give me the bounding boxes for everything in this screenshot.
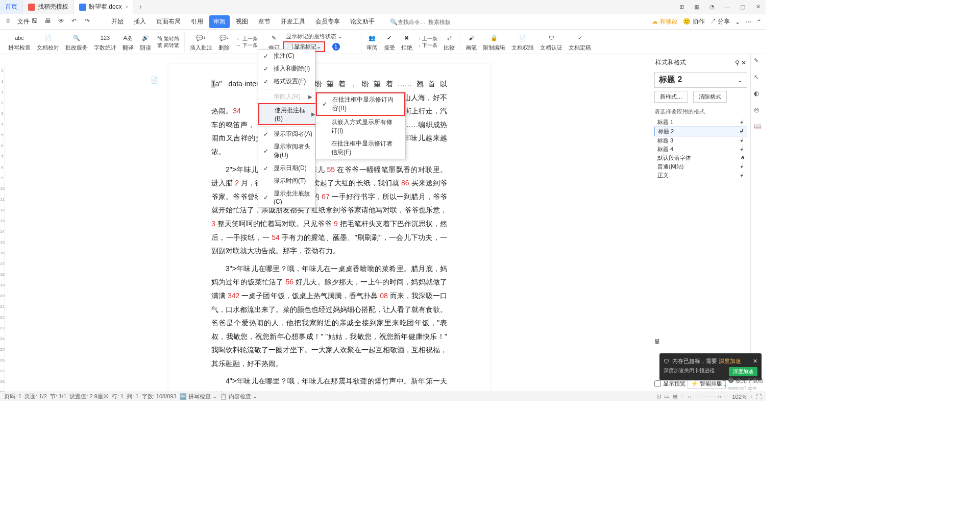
view-web-icon[interactable]: ▤ bbox=[672, 393, 677, 400]
tab-home[interactable]: 首页 bbox=[0, 0, 23, 14]
rib-correction[interactable]: 🔍批改服务 bbox=[62, 32, 91, 52]
preview-checkbox[interactable] bbox=[654, 380, 661, 387]
dd-balloon-reviewer-info[interactable]: 在批注框中显示修订者信息(F) bbox=[316, 137, 405, 159]
user-avatar[interactable]: ◔ bbox=[704, 0, 720, 14]
tab-references[interactable]: 引用 bbox=[187, 15, 207, 28]
rib-final[interactable]: ✓文档定稿 bbox=[566, 32, 594, 52]
tab-templates[interactable]: 找稻壳模板 bbox=[23, 0, 74, 14]
style-h1[interactable]: 标题 1↲ bbox=[654, 118, 747, 127]
shapes-icon[interactable]: ◐ bbox=[754, 90, 763, 99]
style-web[interactable]: 普通(网站)↲ bbox=[654, 162, 747, 171]
rib-spellcheck[interactable]: abc拼写检查 bbox=[5, 32, 34, 52]
dd-format[interactable]: 格式设置(F) bbox=[258, 75, 320, 88]
file-menu[interactable]: 文件 bbox=[17, 17, 30, 26]
rib-compare[interactable]: ⇄比较 bbox=[440, 32, 458, 52]
tab-devtools[interactable]: 开发工具 bbox=[277, 15, 309, 28]
vertical-ruler[interactable]: 2112345678910111213141516171819202122232… bbox=[0, 62, 5, 392]
rib-cert[interactable]: 🛡文档认证 bbox=[537, 32, 566, 52]
sb-content[interactable]: 📋 内容检查 ⌄ bbox=[220, 393, 257, 400]
rib-translate[interactable]: Aあ翻译 bbox=[119, 32, 137, 52]
style-h3[interactable]: 标题 3↲ bbox=[654, 136, 747, 145]
sb-spell[interactable]: 🔤 拼写检查 ⌄ bbox=[180, 393, 217, 400]
tab-member[interactable]: 会员专享 bbox=[311, 15, 344, 28]
rib-review[interactable]: 👥审阅 bbox=[363, 32, 381, 52]
current-style-combo[interactable]: 标题 2⌄ bbox=[654, 72, 747, 88]
tab-view[interactable]: 视图 bbox=[232, 15, 252, 28]
print-icon[interactable]: 🖶 bbox=[45, 17, 54, 27]
fullscreen-icon[interactable]: ⛶ bbox=[756, 394, 762, 400]
hamburger-icon[interactable]: ≡ bbox=[6, 17, 15, 27]
horizontal-ruler[interactable] bbox=[5, 54, 648, 62]
dd-comments[interactable]: 批注(C) bbox=[258, 50, 320, 62]
maximize-button[interactable]: ▢ bbox=[735, 0, 750, 14]
tab-thesis[interactable]: 论文助手 bbox=[346, 15, 379, 28]
panel-pin-icon[interactable]: ⚲ bbox=[735, 59, 740, 66]
redo-icon[interactable]: ↷ bbox=[85, 17, 94, 27]
minimize-button[interactable]: ― bbox=[720, 0, 735, 14]
select-icon[interactable]: ↖ bbox=[754, 74, 763, 83]
style-h2[interactable]: 标题 2↲ bbox=[654, 127, 747, 136]
sb-pos[interactable]: 设置值: 2.9厘米 bbox=[69, 393, 108, 400]
panel-close-icon[interactable]: ✕ bbox=[741, 59, 746, 66]
dd-use-balloon[interactable]: 使用批注框(B)▶ bbox=[258, 103, 320, 125]
view-page-icon[interactable]: ▭ bbox=[664, 393, 669, 400]
rib-reject[interactable]: ✖拒绝 bbox=[398, 32, 415, 52]
style-h4[interactable]: 标题 4↲ bbox=[654, 145, 747, 154]
dd-show-reviewer[interactable]: 显示审阅者(A) bbox=[258, 128, 320, 140]
dropdown-icon[interactable]: ⌄ bbox=[735, 18, 740, 26]
sb-page[interactable]: 页码: 1 bbox=[4, 393, 21, 400]
rib-deletecomment[interactable]: 💬-删除 bbox=[215, 32, 233, 52]
toast-close-icon[interactable]: ✕ bbox=[753, 358, 757, 365]
view-tools-icon[interactable]: ⊡ bbox=[656, 393, 661, 400]
rib-wordcount[interactable]: 123字数统计 bbox=[91, 32, 119, 52]
tab-insert[interactable]: 插入 bbox=[130, 15, 150, 28]
tab-review[interactable]: 审阅 bbox=[209, 15, 230, 28]
cloud-changes-icon[interactable]: ☁ 有修改 bbox=[652, 17, 678, 26]
tab-pagelayout[interactable]: 页面布局 bbox=[152, 15, 185, 28]
dd-inline-revisions[interactable]: 以嵌入方式显示所有修订(I) bbox=[316, 116, 405, 137]
rib-proofread[interactable]: 📄文档校对 bbox=[34, 32, 62, 52]
save-icon[interactable]: 🖫 bbox=[32, 17, 41, 27]
book-icon[interactable]: 📖 bbox=[754, 123, 763, 132]
style-default-font[interactable]: 默认段落字体a bbox=[654, 154, 747, 162]
sb-col[interactable]: 列: 1 bbox=[127, 393, 138, 400]
rib-accept[interactable]: ✔接受 bbox=[381, 32, 398, 52]
dd-show-time[interactable]: 显示时间(T) bbox=[258, 175, 320, 187]
rib-restrict[interactable]: 🔒限制编辑 bbox=[480, 32, 508, 52]
clear-format-button[interactable]: 清除格式 bbox=[693, 91, 727, 103]
dd-show-avatar[interactable]: 显示审阅者头像(U) bbox=[258, 140, 320, 162]
sb-pages[interactable]: 页面: 1/2 bbox=[24, 393, 46, 400]
toast-action-button[interactable]: 深度加速 bbox=[729, 367, 757, 376]
coop-button[interactable]: 🙂 协作 bbox=[683, 17, 704, 26]
dd-show-shading[interactable]: 显示批注底纹(C) bbox=[258, 187, 320, 207]
zoom-in-button[interactable]: + bbox=[750, 394, 753, 400]
new-tab-button[interactable]: + bbox=[133, 4, 148, 11]
rib-readaloud[interactable]: 🔊朗读 bbox=[137, 32, 154, 52]
outline-toggle-icon[interactable]: 📄 bbox=[151, 77, 161, 87]
dd-balloon-revisions[interactable]: 在批注框中显示修订内容(B) bbox=[316, 92, 405, 116]
new-style-button[interactable]: 新样式… bbox=[654, 91, 688, 103]
zoom-out-button[interactable]: − bbox=[696, 394, 699, 400]
print-preview-icon[interactable]: 👁 bbox=[58, 17, 67, 27]
zoom-fit-icon[interactable]: ↔ bbox=[687, 394, 693, 400]
zoom-value[interactable]: 102% bbox=[732, 394, 746, 400]
layout-icon[interactable]: ⊞ bbox=[674, 0, 689, 14]
collapse-ribbon-icon[interactable]: ⌃ bbox=[756, 18, 762, 26]
tab-document[interactable]: 盼望着.docx• bbox=[74, 0, 133, 14]
disp-mode-combo[interactable]: 显示标记的最终状态 ⌄ bbox=[283, 32, 346, 41]
pencil-icon[interactable]: ✎ bbox=[754, 57, 763, 66]
sb-section[interactable]: 节: 1/1 bbox=[50, 393, 66, 400]
close-window-button[interactable]: ✕ bbox=[750, 0, 766, 14]
sb-words[interactable]: 字数: 108/893 bbox=[142, 393, 177, 400]
view-outline-icon[interactable]: ≡ bbox=[680, 394, 683, 400]
tab-start[interactable]: 开始 bbox=[107, 15, 128, 28]
rib-brush[interactable]: 🖌画笔 bbox=[462, 32, 480, 52]
rib-insertcomment[interactable]: 💬+插入批注 bbox=[187, 32, 215, 52]
rib-prev-next[interactable]: ← 上一条→ 下一条 bbox=[233, 35, 261, 49]
template-search-input[interactable] bbox=[428, 19, 454, 25]
location-icon[interactable]: ◎ bbox=[754, 106, 763, 115]
command-search-input[interactable] bbox=[398, 19, 428, 25]
undo-icon[interactable]: ↶ bbox=[71, 17, 81, 27]
sb-line[interactable]: 行: 1 bbox=[112, 393, 124, 400]
apps-icon[interactable]: ▦ bbox=[689, 0, 704, 14]
